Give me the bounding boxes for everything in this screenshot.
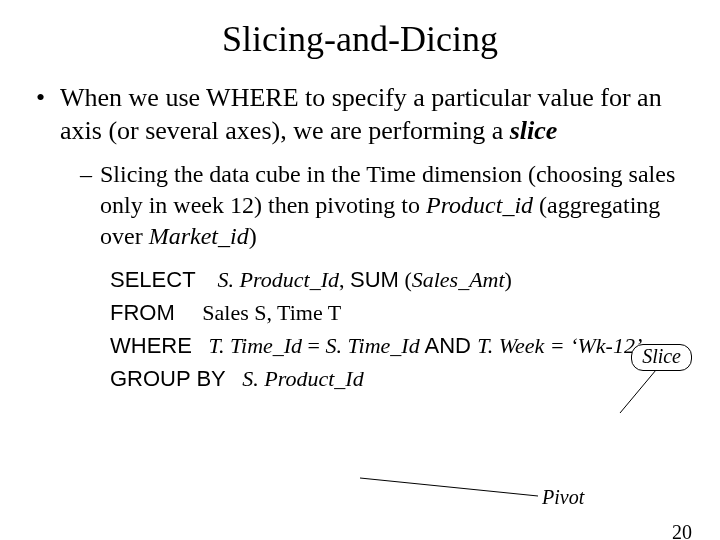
bullet2-market-id: Market_id: [149, 223, 249, 249]
slice-annotation: Slice: [631, 344, 692, 371]
bullet1-where-keyword: WHERE: [206, 83, 298, 112]
bullet1-text-pre: When we use: [60, 83, 206, 112]
sum-open: (: [399, 267, 412, 292]
page-number: 20: [672, 521, 692, 540]
slide-title: Slicing-and-Dicing: [0, 18, 720, 60]
sql-from-row: FROM Sales S, Time T: [110, 296, 680, 329]
select-col1: S. Product_Id: [218, 267, 339, 292]
dash-icon: –: [80, 159, 92, 190]
groupby-keyword: GROUP BY: [110, 366, 226, 391]
where-c1a: T. Time_Id: [208, 333, 302, 358]
bullet2-text-post: ): [249, 223, 257, 249]
and-keyword: AND: [420, 333, 477, 358]
select-keyword: SELECT: [110, 267, 196, 292]
svg-line-1: [360, 478, 538, 496]
where-c2b: = ‘Wk-12’: [544, 333, 642, 358]
where-eq1: =: [302, 333, 325, 358]
sql-select-row: SELECT S. Product_Id, SUM (Sales_Amt): [110, 263, 680, 296]
bullet-dot-icon: •: [36, 82, 45, 115]
sum-close: ): [505, 267, 512, 292]
sum-arg: Sales_Amt: [412, 267, 505, 292]
slide: Slicing-and-Dicing • When we use WHERE t…: [0, 18, 720, 540]
where-c1b: S. Time_Id: [326, 333, 420, 358]
bullet-level2: – Slicing the data cube in the Time dime…: [100, 159, 680, 253]
from-body: Sales S, Time T: [202, 300, 341, 325]
from-keyword: FROM: [110, 300, 175, 325]
sql-groupby-row: GROUP BY S. Product_Id: [110, 362, 680, 395]
bullet2-product-id: Product_id: [426, 192, 533, 218]
sum-keyword: SUM: [350, 267, 399, 292]
where-keyword: WHERE: [110, 333, 192, 358]
groupby-col: S. Product_Id: [242, 366, 363, 391]
sql-where-row: WHERE T. Time_Id = S. Time_Id AND T. Wee…: [110, 329, 680, 362]
sql-block: SELECT S. Product_Id, SUM (Sales_Amt) FR…: [110, 263, 680, 395]
pivot-annotation: Pivot: [542, 486, 584, 509]
bullet1-slice-word: slice: [510, 116, 558, 145]
select-comma: ,: [339, 267, 350, 292]
bullet-level1: • When we use WHERE to specify a particu…: [60, 82, 680, 147]
where-c2a: T. Week: [477, 333, 544, 358]
